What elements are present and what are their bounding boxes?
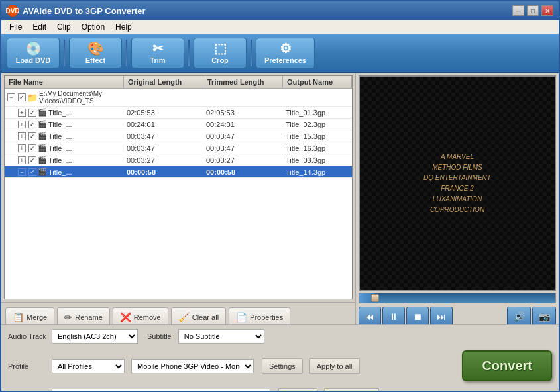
toolbar-load-dvd-label: Load DVD — [16, 56, 51, 64]
menu-bar: File Edit Clip Option Help — [1, 20, 559, 34]
row-filename: + ✓ 🎬 Title_... — [5, 130, 124, 142]
remove-icon: ❌ — [120, 312, 131, 322]
profile-select[interactable]: All Profiles — [52, 359, 125, 373]
row-checkbox[interactable]: ✓ — [28, 156, 36, 164]
row-output: Title_02.3gp — [283, 119, 352, 130]
expand-icon[interactable]: + — [18, 156, 26, 164]
stop-button[interactable]: ⏹ — [406, 307, 429, 326]
toolbar-effect-label: Effect — [85, 56, 106, 64]
merge-icon: 📋 — [13, 312, 24, 322]
toolbar-sep-1 — [64, 40, 65, 66]
browse-button[interactable]: Browse — [278, 388, 317, 392]
row-original: 00:24:01 — [124, 119, 203, 130]
row-original — [124, 89, 203, 106]
preferences-icon: ⚙ — [280, 42, 292, 55]
clear-icon: 🧹 — [178, 312, 190, 322]
effect-icon: 🎨 — [87, 42, 104, 55]
right-panel: A MARVEL METHOD FILMS DQ ENTERTAINMENT F… — [356, 73, 559, 331]
expand-icon[interactable]: + — [18, 132, 26, 140]
remove-label: Remove — [134, 313, 161, 321]
minimize-button[interactable]: ─ — [512, 5, 524, 16]
table-row[interactable]: − ✓ 📁 E:\My Documents\My Videos\VIDEO_TS — [5, 89, 352, 107]
skip-forward-button[interactable]: ⏭ — [430, 307, 453, 326]
expand-icon[interactable]: − — [7, 93, 15, 101]
table-row[interactable]: + ✓ 🎬 Title_... 00:03:27 00:03:27 Title_… — [5, 154, 352, 166]
rename-icon: ✏ — [64, 312, 72, 322]
camera-button[interactable]: 📷 — [532, 307, 556, 326]
audio-track-select[interactable]: English (AC3 2ch) — [52, 329, 138, 344]
rename-label: Rename — [75, 313, 103, 321]
apply-to-all-button[interactable]: Apply to all — [309, 358, 360, 374]
play-pause-button[interactable]: ⏸ — [382, 307, 405, 326]
properties-icon: 📄 — [236, 312, 247, 322]
toolbar-effect[interactable]: 🎨 Effect — [69, 38, 122, 68]
toolbar-crop[interactable]: ⬚ Crop — [194, 38, 247, 68]
close-button[interactable]: ✕ — [541, 5, 553, 16]
expand-icon[interactable]: + — [18, 121, 26, 128]
preview-overlay-text: A MARVEL METHOD FILMS DQ ENTERTAINMENT F… — [423, 152, 491, 215]
skip-back-button[interactable]: ⏮ — [359, 307, 381, 326]
toolbar-sep-2 — [126, 40, 127, 66]
merge-button[interactable]: 📋 Merge — [5, 307, 54, 327]
properties-button[interactable]: 📄 Properties — [229, 307, 290, 327]
clear-label: Clear all — [192, 313, 219, 321]
file-icon: 🎬 — [38, 120, 47, 128]
preview-area: A MARVEL METHOD FILMS DQ ENTERTAINMENT F… — [359, 75, 556, 291]
table-row[interactable]: + ✓ 🎬 Title_... 00:03:47 00:03:47 Title_… — [5, 130, 352, 142]
seek-bar[interactable] — [359, 293, 556, 303]
restore-button[interactable]: □ — [527, 5, 539, 16]
seek-thumb[interactable] — [371, 294, 379, 302]
profile-label: Profile — [8, 362, 48, 370]
row-filename: + ✓ 🎬 Title_... — [5, 154, 124, 166]
open-folder-button[interactable]: Open Folder — [324, 388, 379, 392]
row-original: 00:03:47 — [124, 130, 203, 142]
table-row[interactable]: − ✓ 🎬 Title_... 00:00:58 00:00:58 Title_… — [5, 166, 352, 178]
row-filename: − ✓ 🎬 Title_... — [5, 166, 124, 177]
row-filename: + ✓ 🎬 Title_... — [5, 142, 124, 154]
toolbar-preferences[interactable]: ⚙ Preferences — [256, 38, 315, 68]
row-original: 00:03:27 — [124, 154, 203, 166]
expand-icon[interactable]: − — [18, 168, 26, 176]
toolbar-sep-3 — [188, 40, 190, 66]
row-checkbox[interactable]: ✓ — [28, 132, 36, 140]
table-row[interactable]: + ✓ 🎬 Title_... 00:03:47 00:03:47 Title_… — [5, 142, 352, 154]
table-row[interactable]: + ✓ 🎬 Title_... 00:24:01 00:24:01 Title_… — [5, 119, 352, 130]
folder-icon: 📁 — [27, 93, 38, 103]
col-original-length: Original Length — [124, 76, 203, 88]
destination-input[interactable] — [52, 389, 270, 392]
row-filename: − ✓ 📁 E:\My Documents\My Videos\VIDEO_TS — [5, 89, 124, 106]
clear-all-button[interactable]: 🧹 Clear all — [171, 307, 226, 327]
menu-edit[interactable]: Edit — [27, 21, 52, 33]
row-output: Title_15.3gp — [283, 130, 352, 142]
toolbar-load-dvd[interactable]: 💿 Load DVD — [7, 38, 60, 68]
row-checkbox[interactable]: ✓ — [28, 109, 36, 117]
row-checkbox[interactable]: ✓ — [28, 121, 36, 128]
settings-button[interactable]: Settings — [262, 358, 303, 374]
profile-format-select[interactable]: Mobile Phone 3GP Video - Mono — [131, 359, 254, 373]
col-trimmed-length: Trimmed Length — [203, 76, 283, 88]
load-dvd-icon: 💿 — [25, 42, 42, 55]
menu-option[interactable]: Option — [76, 21, 110, 33]
row-original: 00:00:58 — [124, 166, 203, 177]
menu-help[interactable]: Help — [110, 21, 137, 33]
expand-icon[interactable]: + — [18, 109, 26, 117]
row-checkbox[interactable]: ✓ — [28, 168, 36, 176]
app-icon: DVD — [7, 5, 19, 17]
expand-icon[interactable]: + — [18, 144, 26, 152]
menu-clip[interactable]: Clip — [52, 21, 76, 33]
row-output: Title_01.3gp — [283, 107, 352, 118]
bottom-controls-area: Audio Track English (AC3 2ch) Subtitle N… — [1, 324, 559, 391]
row-checkbox[interactable]: ✓ — [28, 144, 36, 152]
convert-button[interactable]: Convert — [462, 350, 552, 381]
remove-button[interactable]: ❌ Remove — [113, 307, 168, 327]
subtitle-select[interactable]: No Subtitle — [178, 329, 264, 344]
menu-file[interactable]: File — [4, 21, 27, 33]
file-icon: 🎬 — [38, 108, 47, 117]
file-icon: 🎬 — [38, 168, 47, 176]
row-checkbox[interactable]: ✓ — [18, 93, 26, 101]
rename-button[interactable]: ✏ Rename — [57, 307, 110, 327]
row-filename: + ✓ 🎬 Title_... — [5, 107, 124, 118]
toolbar-trim[interactable]: ✂ Trim — [131, 38, 184, 68]
volume-button[interactable]: 🔊 — [507, 307, 531, 326]
table-row[interactable]: + ✓ 🎬 Title_... 02:05:53 02:05:53 Title_… — [5, 107, 352, 119]
